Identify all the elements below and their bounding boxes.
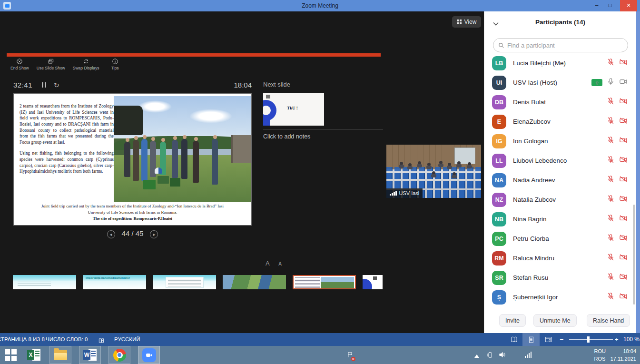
- filmstrip-thumbnail-4[interactable]: [223, 275, 286, 289]
- maximize-button[interactable]: □: [604, 0, 616, 11]
- camera-muted-icon[interactable]: [619, 273, 628, 283]
- mic-muted-icon[interactable]: [607, 136, 615, 146]
- mic-muted-icon[interactable]: [607, 273, 615, 283]
- search-input[interactable]: [507, 42, 623, 49]
- word-count[interactable]: ЧИСЛО СЛОВ: 0: [46, 333, 88, 346]
- participant-row-13[interactable]: Ș Șubernețkii Igor: [484, 287, 636, 307]
- zoom-percentage[interactable]: 100 %: [623, 333, 640, 346]
- mic-on-icon[interactable]: [607, 78, 615, 88]
- network-signal-icon[interactable]: [525, 351, 532, 360]
- minimize-button[interactable]: –: [591, 0, 603, 11]
- participant-video-thumbnail[interactable]: USV Iasi: [386, 145, 481, 198]
- unmute-me-button[interactable]: Unmute Me: [533, 314, 577, 327]
- camera-muted-icon[interactable]: [619, 214, 628, 224]
- restart-timer-button[interactable]: ↻: [54, 81, 59, 89]
- tips-button[interactable]: Tips: [107, 58, 123, 70]
- speaker-icon[interactable]: [499, 351, 506, 360]
- page-indicator[interactable]: СТРАНИЦА 8 ИЗ 8: [0, 333, 45, 346]
- participant-row-2[interactable]: UI USV Iasi (Host): [484, 73, 636, 92]
- font-smaller-button[interactable]: A: [278, 261, 282, 266]
- mic-muted-icon[interactable]: [607, 234, 615, 244]
- notes-placeholder[interactable]: Click to add notes: [263, 133, 310, 140]
- taskbar-word[interactable]: W: [79, 346, 101, 364]
- battery-icon[interactable]: [486, 351, 493, 360]
- participant-row-8[interactable]: NZ Natalia Zubcov: [484, 190, 636, 209]
- slide-navigation: ◂44 / 45▸: [13, 229, 252, 238]
- mic-muted-icon[interactable]: [607, 214, 615, 224]
- camera-muted-icon[interactable]: [619, 175, 628, 185]
- mic-muted-icon[interactable]: [607, 292, 615, 302]
- font-larger-button[interactable]: A: [266, 260, 270, 267]
- taskbar-file-explorer[interactable]: [49, 346, 71, 364]
- pause-timer-button[interactable]: [41, 81, 47, 89]
- participant-row-10[interactable]: PC Petru Ciorba: [484, 229, 636, 248]
- action-center-flag-icon[interactable]: ✕: [347, 352, 354, 360]
- view-button[interactable]: View: [452, 16, 481, 28]
- participant-row-5[interactable]: IG Ion Gologan: [484, 131, 636, 151]
- language-switcher[interactable]: ROU ROS: [594, 347, 606, 363]
- slide-show-icon: [48, 58, 54, 65]
- camera-muted-icon[interactable]: [619, 58, 628, 68]
- next-slide-text: TkU !: [287, 106, 298, 110]
- camera-muted-icon[interactable]: [619, 97, 628, 107]
- read-mode-button[interactable]: [505, 333, 522, 346]
- mic-muted-icon[interactable]: [607, 97, 615, 107]
- start-button[interactable]: [5, 349, 17, 362]
- taskbar-chrome[interactable]: [108, 346, 130, 364]
- zoom-in-button[interactable]: +: [615, 333, 619, 346]
- web-layout-button[interactable]: [540, 333, 557, 346]
- taskbar-zoom[interactable]: [138, 346, 160, 364]
- raise-hand-button[interactable]: Raise Hand: [587, 314, 630, 327]
- camera-on-icon[interactable]: [619, 78, 628, 88]
- close-button[interactable]: ✕: [620, 0, 637, 11]
- participant-row-3[interactable]: DB Denis Bulat: [484, 92, 636, 112]
- scrollbar-thumb[interactable]: [633, 205, 635, 305]
- participant-row-12[interactable]: SR Stefan Rusu: [484, 268, 636, 287]
- end-show-button[interactable]: End Show: [10, 58, 29, 70]
- camera-muted-icon[interactable]: [619, 253, 628, 263]
- participant-row-6[interactable]: LL Liubovi Lebedenco: [484, 151, 636, 170]
- participant-row-1[interactable]: LB Lucia Bilețchi (Me): [484, 53, 636, 73]
- filmstrip-thumbnail-2[interactable]: importanța nanomedicamentelor: [83, 275, 146, 289]
- zoom-slider-track[interactable]: [569, 339, 613, 340]
- mic-muted-icon[interactable]: [607, 117, 615, 127]
- next-slide-thumbnail[interactable]: TkU !: [263, 93, 324, 126]
- grid-icon: [457, 20, 462, 24]
- mic-muted-icon[interactable]: [607, 253, 615, 263]
- participant-row-4[interactable]: E ElenaZubcov: [484, 112, 636, 131]
- filmstrip-thumbnail-1[interactable]: [13, 275, 76, 289]
- camera-muted-icon[interactable]: [619, 195, 628, 205]
- camera-muted-icon[interactable]: [619, 156, 628, 166]
- mic-muted-icon[interactable]: [607, 175, 615, 185]
- mic-muted-icon[interactable]: [607, 156, 615, 166]
- previous-slide-button[interactable]: ◂: [107, 230, 115, 238]
- use-slide-show-button[interactable]: Use Slide Show: [37, 58, 65, 70]
- swap-displays-button[interactable]: Swap Displays: [73, 58, 99, 70]
- filmstrip-thumbnail-6[interactable]: [363, 275, 383, 289]
- participant-search[interactable]: [493, 38, 628, 52]
- participants-footer: Invite Unmute Me Raise Hand: [484, 310, 636, 333]
- participants-list: LB Lucia Bilețchi (Me) UI USV Iasi (Host…: [484, 53, 636, 307]
- taskbar-excel[interactable]: X: [24, 346, 44, 364]
- invite-button[interactable]: Invite: [499, 314, 526, 327]
- show-hidden-icons[interactable]: [474, 351, 479, 360]
- camera-muted-icon[interactable]: [619, 136, 628, 146]
- camera-muted-icon[interactable]: [619, 117, 628, 127]
- participant-row-7[interactable]: NA Nadia Andreev: [484, 170, 636, 190]
- camera-muted-icon[interactable]: [619, 292, 628, 302]
- participant-row-9[interactable]: NB Nina Bagrin: [484, 209, 636, 229]
- current-slide[interactable]: 2 teams of researchers from the Institut…: [13, 93, 252, 226]
- language-indicator[interactable]: РУССКИЙ: [114, 333, 140, 346]
- participant-avatar: LL: [492, 154, 506, 168]
- camera-muted-icon[interactable]: [619, 234, 628, 244]
- mic-muted-icon[interactable]: [607, 58, 615, 68]
- clock-date[interactable]: 18:04 17.11.2021: [610, 347, 636, 363]
- filmstrip-thumbnail-current[interactable]: [293, 275, 356, 289]
- filmstrip-thumbnail-3[interactable]: [153, 275, 216, 289]
- participant-row-11[interactable]: RM Raluca Mindru: [484, 248, 636, 268]
- print-layout-button[interactable]: [522, 333, 540, 346]
- zoom-out-button[interactable]: −: [560, 333, 563, 346]
- mic-muted-icon[interactable]: [607, 195, 615, 205]
- zoom-slider-thumb[interactable]: [587, 336, 590, 343]
- next-slide-button[interactable]: ▸: [150, 230, 158, 238]
